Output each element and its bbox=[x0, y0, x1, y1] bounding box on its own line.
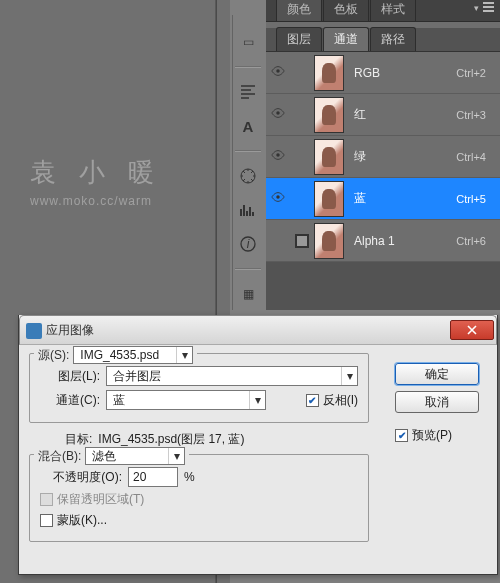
mask-label: 蒙版(K)... bbox=[57, 512, 107, 529]
channel-name: RGB bbox=[344, 66, 456, 80]
tab-styles[interactable]: 样式 bbox=[370, 0, 416, 21]
source-combo[interactable]: IMG_4535.psd ▾ bbox=[73, 346, 193, 364]
checkbox-icon bbox=[40, 514, 53, 527]
navigator-icon[interactable] bbox=[236, 164, 260, 188]
preserve-transparent-checkbox: 保留透明区域(T) bbox=[40, 491, 144, 508]
visibility-icon[interactable] bbox=[266, 190, 290, 207]
blend-fieldset: 混合(B): 滤色 ▾ 不透明度(O): % 保留透明区域(T) bbox=[29, 454, 369, 542]
opacity-input[interactable] bbox=[128, 467, 178, 487]
channel-green[interactable]: 绿 Ctrl+4 bbox=[266, 136, 500, 178]
blend-combo[interactable]: 滤色 ▾ bbox=[85, 447, 185, 465]
channels-list: RGB Ctrl+2 红 Ctrl+3 绿 Ctrl+4 蓝 Ctrl+5 bbox=[266, 52, 500, 262]
vertical-toolbar: ▭ A i ▦ bbox=[233, 15, 263, 306]
dialog-button-column: 确定 取消 ✔ 预览(P) bbox=[395, 363, 479, 444]
mask-checkbox[interactable]: 蒙版(K)... bbox=[40, 512, 107, 529]
channel-thumbnail bbox=[314, 97, 344, 133]
channel-value: 蓝 bbox=[107, 392, 249, 409]
source-label: 源(S): bbox=[38, 347, 69, 364]
svg-point-3 bbox=[276, 69, 280, 73]
layer-label: 图层(L): bbox=[40, 368, 100, 385]
cancel-button[interactable]: 取消 bbox=[395, 391, 479, 413]
blend-label: 混合(B): bbox=[38, 448, 81, 465]
dialog-titlebar[interactable]: 应用图像 bbox=[19, 315, 497, 345]
layer-combo[interactable]: 合并图层 ▾ bbox=[106, 366, 358, 386]
channel-thumbnail bbox=[314, 55, 344, 91]
tool-separator bbox=[235, 150, 261, 152]
tab-channels[interactable]: 通道 bbox=[323, 27, 369, 51]
channel-name: Alpha 1 bbox=[344, 234, 456, 248]
dialog-title-text: 应用图像 bbox=[46, 322, 450, 339]
invert-checkbox[interactable]: ✔ 反相(I) bbox=[306, 392, 358, 409]
visibility-icon[interactable] bbox=[266, 148, 290, 165]
dropdown-arrow-icon[interactable]: ▾ bbox=[168, 448, 184, 464]
tool-arrange-icon[interactable]: ▭ bbox=[236, 30, 260, 54]
channel-shortcut: Ctrl+4 bbox=[456, 151, 492, 163]
ok-label: 确定 bbox=[425, 366, 449, 383]
preview-label: 预览(P) bbox=[412, 427, 452, 444]
channel-shortcut: Ctrl+6 bbox=[456, 235, 492, 247]
dropdown-arrow-icon[interactable]: ▾ bbox=[341, 367, 357, 385]
channel-shortcut: Ctrl+3 bbox=[456, 109, 492, 121]
tab-layers[interactable]: 图层 bbox=[276, 27, 322, 51]
watermark-url: www.moko.cc/warm bbox=[30, 194, 162, 208]
tool-separator bbox=[235, 268, 261, 270]
right-panels: 颜色 色板 样式 图层 通道 路径 RGB Ctrl+2 红 Ctrl+3 bbox=[266, 0, 500, 310]
blend-value: 滤色 bbox=[86, 448, 168, 465]
histogram-icon[interactable] bbox=[236, 198, 260, 222]
color-panel-tabs: 颜色 色板 样式 bbox=[266, 0, 500, 22]
channel-blue[interactable]: 蓝 Ctrl+5 bbox=[266, 178, 500, 220]
checkbox-icon: ✔ bbox=[306, 394, 319, 407]
dropdown-arrow-icon[interactable]: ▾ bbox=[249, 391, 265, 409]
checkbox-icon bbox=[40, 493, 53, 506]
apply-image-dialog: 应用图像 源(S): IMG_4535.psd ▾ 图层(L): 合并图层 ▾ … bbox=[18, 315, 498, 575]
watermark-text: 袁 小 暖 bbox=[30, 155, 162, 190]
dialog-body: 源(S): IMG_4535.psd ▾ 图层(L): 合并图层 ▾ 通道(C)… bbox=[19, 345, 497, 573]
channel-shortcut: Ctrl+5 bbox=[456, 193, 492, 205]
chk-slot[interactable] bbox=[290, 234, 314, 248]
preserve-label: 保留透明区域(T) bbox=[57, 491, 144, 508]
svg-point-6 bbox=[276, 195, 280, 199]
channel-thumbnail bbox=[314, 139, 344, 175]
target-value: IMG_4535.psd(图层 17, 蓝) bbox=[98, 431, 244, 448]
dialog-icon bbox=[26, 323, 42, 339]
layers-panel-tabs: 图层 通道 路径 bbox=[266, 28, 500, 52]
checkbox-icon bbox=[295, 234, 309, 248]
channel-combo[interactable]: 蓝 ▾ bbox=[106, 390, 266, 410]
ok-button[interactable]: 确定 bbox=[395, 363, 479, 385]
channel-red[interactable]: 红 Ctrl+3 bbox=[266, 94, 500, 136]
invert-label: 反相(I) bbox=[323, 392, 358, 409]
cancel-label: 取消 bbox=[425, 394, 449, 411]
channel-rgb[interactable]: RGB Ctrl+2 bbox=[266, 52, 500, 94]
target-label: 目标: bbox=[65, 431, 92, 448]
channel-thumbnail bbox=[314, 223, 344, 259]
tool-separator bbox=[235, 66, 261, 68]
checkbox-icon: ✔ bbox=[395, 429, 408, 442]
opacity-unit: % bbox=[184, 470, 195, 484]
character-icon[interactable]: A bbox=[236, 114, 260, 138]
channel-name: 红 bbox=[344, 106, 456, 123]
close-button[interactable] bbox=[450, 320, 494, 340]
visibility-icon[interactable] bbox=[266, 106, 290, 123]
panel-menu-icon[interactable] bbox=[476, 3, 494, 17]
svg-point-4 bbox=[276, 111, 280, 115]
channel-label: 通道(C): bbox=[40, 392, 100, 409]
swatches-icon[interactable]: ▦ bbox=[236, 282, 260, 306]
channel-alpha1[interactable]: Alpha 1 Ctrl+6 bbox=[266, 220, 500, 262]
svg-point-5 bbox=[276, 153, 280, 157]
source-legend: 源(S): IMG_4535.psd ▾ bbox=[34, 346, 197, 364]
preview-checkbox[interactable]: ✔ 预览(P) bbox=[395, 427, 479, 444]
tab-swatches[interactable]: 色板 bbox=[323, 0, 369, 21]
info-icon[interactable]: i bbox=[236, 232, 260, 256]
channel-thumbnail bbox=[314, 181, 344, 217]
visibility-icon[interactable] bbox=[266, 64, 290, 81]
layer-value: 合并图层 bbox=[107, 368, 341, 385]
tab-paths[interactable]: 路径 bbox=[370, 27, 416, 51]
svg-text:i: i bbox=[247, 237, 250, 251]
tab-color[interactable]: 颜色 bbox=[276, 0, 322, 21]
source-fieldset: 源(S): IMG_4535.psd ▾ 图层(L): 合并图层 ▾ 通道(C)… bbox=[29, 353, 369, 423]
channel-shortcut: Ctrl+2 bbox=[456, 67, 492, 79]
paragraph-icon[interactable] bbox=[236, 80, 260, 104]
channel-name: 蓝 bbox=[344, 190, 456, 207]
source-value: IMG_4535.psd bbox=[74, 348, 176, 362]
dropdown-arrow-icon[interactable]: ▾ bbox=[176, 347, 192, 363]
